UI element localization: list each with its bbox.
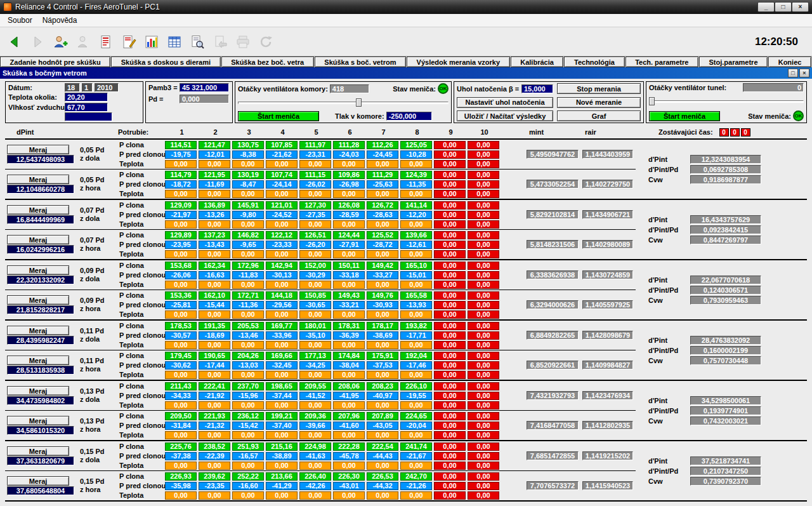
table-icon[interactable] <box>165 32 184 51</box>
data-cell: 177,13 <box>299 352 331 360</box>
tunnel-fan-slider[interactable] <box>649 97 804 105</box>
tab-9[interactable]: Stoj.parametre <box>699 57 768 67</box>
tab-3[interactable]: Skúška bez boč. vetra <box>221 57 314 67</box>
tab-1[interactable]: Zadanie hodnôt pre skúšku <box>0 57 110 67</box>
tab-2[interactable]: Skúška s doskou s dierami <box>111 57 220 67</box>
data-cell: 204,26 <box>232 352 264 360</box>
menu-soubor[interactable]: Soubor <box>3 14 37 27</box>
tunnel-inverter-start-button[interactable]: Štart meniča <box>649 111 720 121</box>
edit-report-icon[interactable] <box>119 32 138 51</box>
new-measurement-button[interactable]: Nové meranie <box>557 97 641 108</box>
data-cell: -13,26 <box>199 211 230 219</box>
data-cell: -28,72 <box>367 241 398 249</box>
teplota-row: Teplota0,000,000,000,000,000,000,000,000… <box>118 461 501 470</box>
chart-icon[interactable] <box>142 32 161 51</box>
slider-thumb[interactable] <box>649 97 655 105</box>
meraj-button[interactable]: Meraj <box>7 145 69 154</box>
p-clona-row: P clona114,51121,47130,75107,85111,97111… <box>118 140 501 149</box>
menu-napoveda[interactable]: Nápověda <box>37 14 82 27</box>
save-load-results-button[interactable]: Uložiť / Načítať výsledky <box>457 110 553 121</box>
meraj-button[interactable]: Meraj <box>7 175 69 184</box>
maximize-button[interactable]: □ <box>775 2 792 12</box>
measurement-row: Meraj22,32013320920,09 Pdz dolaP clona15… <box>5 260 636 290</box>
tab-5[interactable]: Výsledok merania vzorky <box>407 57 510 67</box>
meraj-button[interactable]: Meraj <box>7 326 69 335</box>
chamber-inverter-status-label: Stav meniča: <box>393 85 436 93</box>
graph-button[interactable]: Graf <box>557 110 641 121</box>
data-cell: 0,00 <box>367 281 398 289</box>
data-cell: 0,00 <box>468 401 499 409</box>
row-label: P clona <box>118 262 165 269</box>
result-value: 0,1240306571 <box>690 286 761 295</box>
position-label: z hora <box>80 184 118 192</box>
data-cell: 0,00 <box>333 462 365 470</box>
data-cell: -43,05 <box>367 422 398 430</box>
data-cell: 0,00 <box>400 281 432 289</box>
rair-value: 1,1423476934 <box>582 391 633 400</box>
data-cell: 107,74 <box>266 171 298 179</box>
data-cell: 169,77 <box>266 322 298 330</box>
chamber-fan-slider[interactable] <box>238 98 449 107</box>
data-cell: -41,29 <box>266 482 298 490</box>
tab-8[interactable]: Tech. parametre <box>625 57 698 67</box>
stop-measurement-button[interactable]: Stop merania <box>557 83 641 94</box>
data-cell: 0,00 <box>266 491 298 500</box>
remaining-digit: 0 <box>730 128 740 136</box>
data-cell: 149,42 <box>367 262 398 270</box>
tab-6[interactable]: Kalibrácia <box>511 57 564 67</box>
meraj-button[interactable]: Meraj <box>7 386 69 396</box>
user-login-icon[interactable] <box>51 32 70 51</box>
meraj-button[interactable]: Meraj <box>7 205 69 215</box>
data-cell: 0,00 <box>266 190 298 198</box>
tab-7[interactable]: Technológia <box>564 57 624 67</box>
position-label: z hora <box>80 305 118 313</box>
date-year-field[interactable]: 2010 <box>95 83 119 92</box>
panel-restore-button[interactable]: □ <box>788 69 798 77</box>
date-month-field[interactable]: 1 <box>82 83 93 92</box>
data-cell: 193,82 <box>400 322 432 330</box>
data-cell: -25,81 <box>165 301 197 309</box>
window-buttons: _□× <box>757 2 809 12</box>
window-title: Reliance 4 Control - Fires AeroTunel - P… <box>15 3 754 11</box>
meraj-button[interactable]: Meraj <box>7 235 69 244</box>
mint-value: 7,7076573372 <box>527 481 579 490</box>
result-label: d'Pint/Pd <box>648 226 685 234</box>
slider-thumb[interactable] <box>356 98 362 107</box>
meraj-button[interactable]: Meraj <box>7 446 69 456</box>
date-day-field[interactable]: 18 <box>65 83 80 92</box>
data-cell: 146,82 <box>232 231 264 239</box>
pd-label: Pd = <box>148 95 178 103</box>
meraj-button[interactable]: Meraj <box>7 416 69 425</box>
close-button[interactable]: × <box>792 2 809 12</box>
data-cell: 130,75 <box>232 141 264 149</box>
alarm-report-icon[interactable] <box>96 32 115 51</box>
meraj-button[interactable]: Meraj <box>7 356 69 365</box>
meraj-button[interactable]: Meraj <box>7 265 69 275</box>
result-value: 0,1600002199 <box>690 346 761 355</box>
tab-10[interactable]: Koniec <box>768 57 811 67</box>
measurement-row: Meraj28,51318359380,11 Pdz horaP clona17… <box>5 350 636 380</box>
data-cell: 174,84 <box>333 352 365 360</box>
back-icon[interactable] <box>5 32 24 51</box>
measurement-row: Meraj34,58610153200,13 Pdz horaP clona20… <box>5 410 636 440</box>
data-cell: 0,00 <box>468 271 499 279</box>
meraj-button[interactable]: Meraj <box>7 295 69 305</box>
minimize-button[interactable]: _ <box>757 2 775 12</box>
print-preview-icon[interactable] <box>188 32 207 51</box>
panel-close-button[interactable]: × <box>799 69 809 77</box>
meraj-button[interactable]: Meraj <box>7 476 69 486</box>
data-cell: 0,00 <box>299 220 331 229</box>
tab-4[interactable]: Skúška s boč. vetrom <box>315 57 406 67</box>
data-cell: 0,00 <box>333 491 365 500</box>
data-cell: 0,00 <box>468 201 499 210</box>
set-angle-button[interactable]: Nastaviť uhol natočenia <box>457 97 553 108</box>
data-cell: 0,00 <box>400 190 432 198</box>
data-cell: 0,00 <box>199 371 230 379</box>
data-cell: 0,00 <box>468 150 499 159</box>
measurement-section: Meraj22,32013320920,09 Pdz dolaP clona15… <box>5 259 807 319</box>
data-cell: 0,00 <box>266 250 298 258</box>
rair-header: rair <box>582 128 636 136</box>
chamber-inverter-start-button[interactable]: Štart meniča <box>238 111 319 121</box>
data-cell: 0,00 <box>434 482 466 490</box>
data-cell: 0,00 <box>468 431 499 439</box>
